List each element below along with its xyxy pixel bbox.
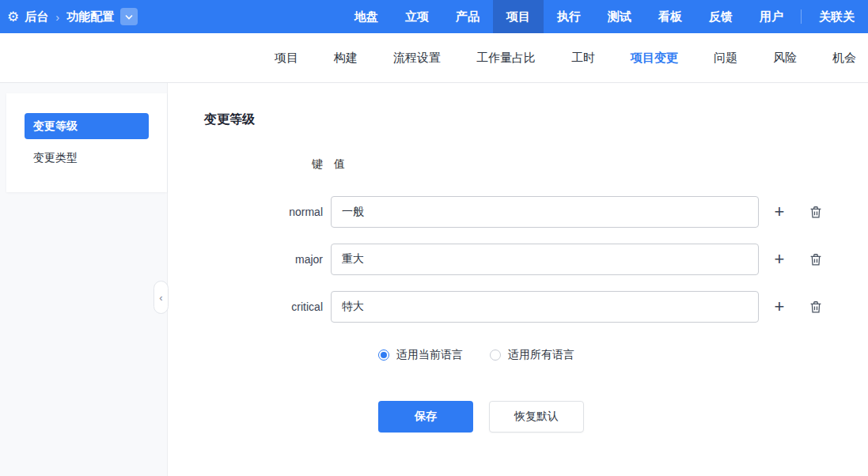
subnav-item-liucheng-shezhi[interactable]: 流程设置: [393, 51, 441, 66]
trash-icon: [809, 300, 823, 315]
topnav-item-yongHu[interactable]: 用户: [746, 0, 797, 33]
radio-unselected-icon: [490, 349, 501, 361]
subnav-item-goujian[interactable]: 构建: [334, 51, 358, 66]
topnav-item-xiangMu[interactable]: 项目: [493, 0, 544, 33]
breadcrumb-dropdown-toggle[interactable]: [120, 8, 138, 25]
subnav-item-xiangmu[interactable]: 项目: [275, 51, 298, 66]
add-row-button[interactable]: +: [769, 202, 790, 222]
restore-defaults-button[interactable]: 恢复默认: [489, 401, 584, 433]
key-value-header: 键 值: [204, 157, 868, 172]
main-content: 变更等级 键 值 normal + major +: [168, 83, 868, 476]
radio-current-language[interactable]: 适用当前语言: [378, 348, 463, 362]
sidebar-item-change-type[interactable]: 变更类型: [25, 145, 149, 171]
trash-icon: [809, 205, 823, 220]
gear-icon: ⚙: [7, 10, 19, 24]
breadcrumb-current[interactable]: 功能配置: [66, 9, 114, 25]
topnav-item-liXiang[interactable]: 立项: [392, 0, 442, 33]
radio-all-languages[interactable]: 适用所有语言: [490, 348, 574, 362]
kv-row-critical: critical +: [204, 291, 868, 323]
topnav-item-guanLian[interactable]: 关联关: [805, 0, 868, 33]
sidebar-collapse-handle[interactable]: ‹: [154, 281, 169, 314]
key-column-header: 键: [204, 157, 323, 172]
key-label-critical: critical: [204, 300, 323, 313]
topnav-item-chanPin[interactable]: 产品: [442, 0, 493, 33]
add-row-button[interactable]: +: [769, 297, 790, 317]
delete-row-button[interactable]: [805, 249, 826, 270]
breadcrumb-root[interactable]: 后台: [25, 9, 48, 25]
topnav-item-diPan[interactable]: 地盘: [341, 0, 392, 33]
value-input-normal[interactable]: [331, 196, 759, 228]
language-scope-options: 适用当前语言 适用所有语言: [378, 348, 868, 362]
top-navbar: ⚙ 后台 › 功能配置 地盘 立项 产品 项目 执行 测试 看板 反馈 用户 关…: [0, 0, 868, 33]
subnav-item-xiangmu-biangeng[interactable]: 项目变更: [631, 51, 678, 66]
kv-row-normal: normal +: [204, 196, 868, 228]
topnav-item-fanKui[interactable]: 反馈: [696, 0, 746, 33]
sidebar-menu-card: 变更等级 变更类型: [6, 93, 167, 192]
chevron-left-icon: ‹: [159, 292, 162, 304]
radio-all-languages-label: 适用所有语言: [508, 348, 574, 362]
breadcrumb[interactable]: ⚙ 后台 › 功能配置: [0, 0, 138, 33]
chevron-right-icon: ›: [55, 10, 59, 24]
subnav-item-jihui[interactable]: 机会: [832, 51, 856, 66]
topnav-item-kanBan[interactable]: 看板: [645, 0, 696, 33]
topnav-item-zhiXing[interactable]: 执行: [544, 0, 594, 33]
value-input-critical[interactable]: [331, 291, 759, 323]
topnav-item-ceShi[interactable]: 测试: [594, 0, 645, 33]
top-menu: 地盘 立项 产品 项目 执行 测试 看板 反馈 用户 关联关: [341, 0, 868, 33]
subnav-item-gongshi[interactable]: 工时: [571, 51, 595, 66]
add-row-button[interactable]: +: [769, 249, 790, 270]
sub-navbar: 项目 构建 流程设置 工作量占比 工时 项目变更 问题 风险 机会: [0, 33, 868, 83]
key-label-normal: normal: [204, 206, 323, 218]
value-input-major[interactable]: [331, 244, 759, 275]
page-title: 变更等级: [204, 111, 868, 128]
subnav-item-fengxian[interactable]: 风险: [773, 51, 797, 66]
page-body: 变更等级 变更类型 ‹ 变更等级 键 值 normal +: [0, 83, 868, 476]
subnav-item-gongzuoliang-zhanbi[interactable]: 工作量占比: [476, 51, 536, 66]
radio-selected-icon: [378, 349, 389, 361]
radio-current-language-label: 适用当前语言: [396, 348, 463, 362]
subnav-item-wenti[interactable]: 问题: [714, 51, 737, 66]
topnav-divider: [801, 9, 802, 24]
delete-row-button[interactable]: [805, 202, 826, 222]
kv-row-major: major +: [204, 244, 868, 275]
delete-row-button[interactable]: [805, 297, 826, 317]
chevron-down-icon: [125, 14, 133, 20]
sidebar: 变更等级 变更类型 ‹: [0, 83, 168, 476]
action-buttons: 保存 恢复默认: [378, 401, 868, 433]
value-column-header: 值: [331, 157, 345, 172]
trash-icon: [809, 252, 823, 267]
save-button[interactable]: 保存: [378, 401, 473, 433]
key-label-major: major: [204, 253, 323, 266]
sidebar-item-change-level[interactable]: 变更等级: [25, 113, 149, 139]
